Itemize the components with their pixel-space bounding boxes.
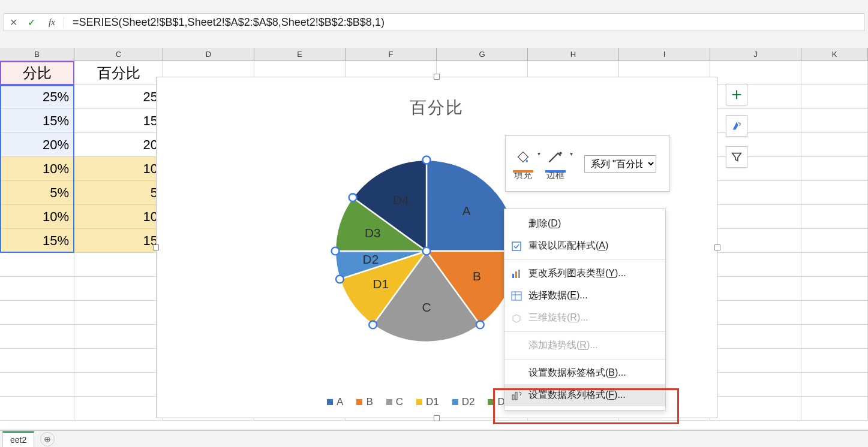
svg-rect-24	[512, 395, 514, 400]
svg-text:D3: D3	[365, 226, 381, 240]
cell-c3[interactable]: 15	[74, 109, 163, 133]
svg-point-13	[349, 194, 357, 201]
fill-button[interactable]: ▾ 填充	[513, 147, 533, 181]
sheet-tab-active[interactable]: eet2	[2, 431, 34, 447]
cell-b2[interactable]: 25%	[0, 85, 74, 109]
menu-select-data[interactable]: 选择数据(E)...	[504, 285, 665, 307]
mini-toolbar: ▾ 填充 ▾ 边框 系列 "百分比"	[505, 135, 670, 192]
col-header-i[interactable]: I	[619, 48, 710, 61]
svg-point-12	[332, 247, 340, 255]
cancel-button[interactable]: ✕	[4, 17, 22, 28]
menu-format-data-series[interactable]: 设置数据系列格式(F)...	[504, 384, 665, 406]
pie-chart[interactable]: ABCD1D2D3D4	[331, 155, 522, 347]
cell-c4[interactable]: 20	[74, 133, 163, 157]
legend-item-a[interactable]: A	[327, 396, 343, 408]
svg-point-16	[559, 152, 561, 154]
cell-c7[interactable]: 10	[74, 205, 163, 229]
col-header-d[interactable]: D	[163, 48, 254, 61]
svg-point-15	[423, 156, 431, 164]
svg-point-11	[336, 276, 344, 283]
svg-point-14	[423, 247, 431, 255]
legend-item-d1[interactable]: D1	[416, 396, 439, 408]
formula-bar: ✕ ✓ fx =SERIES(Sheet2!$B$1,Sheet2!$A$2:$…	[4, 13, 864, 31]
reset-icon	[510, 240, 522, 252]
col-header-c[interactable]: C	[74, 48, 163, 61]
legend-item-b[interactable]: B	[356, 396, 373, 408]
svg-point-10	[369, 321, 377, 329]
col-header-g[interactable]: G	[437, 48, 528, 61]
cell-b1[interactable]: 分比	[0, 61, 74, 85]
add-sheet-button[interactable]: ⊕	[40, 432, 55, 446]
svg-rect-17	[512, 242, 521, 250]
chart-handle-left[interactable]	[153, 244, 159, 250]
chart-filter-button[interactable]	[726, 146, 747, 168]
cell-b3[interactable]: 15%	[0, 109, 74, 133]
context-menu: 删除(D) 重设以匹配样式(A) 更改系列图表类型(Y)... 选择数据(E).…	[504, 209, 666, 410]
series-select[interactable]: 系列 "百分比"	[584, 155, 656, 173]
svg-rect-19	[515, 271, 517, 278]
cell-b8[interactable]: 15%	[0, 229, 74, 253]
svg-text:D1: D1	[373, 277, 389, 291]
sheet-tabs: eet2 ⊕	[0, 430, 868, 447]
menu-add-trendline: 添加趋势线(R)...	[504, 334, 665, 357]
outline-button[interactable]: ▾ 边框	[545, 147, 566, 181]
col-header-j[interactable]: J	[710, 48, 801, 61]
cell-b7[interactable]: 10%	[0, 205, 74, 229]
menu-reset-style[interactable]: 重设以匹配样式(A)	[504, 235, 665, 257]
legend-item-d2[interactable]: D2	[452, 396, 475, 408]
menu-delete[interactable]: 删除(D)	[504, 213, 665, 235]
svg-rect-18	[512, 274, 514, 278]
formula-input[interactable]: =SERIES(Sheet2!$B$1,Sheet2!$A$2:$A$8,She…	[64, 16, 864, 29]
cell-c2[interactable]: 25	[74, 85, 163, 109]
menu-data-label-format[interactable]: 设置数据标签格式(B)...	[504, 362, 665, 384]
col-header-h[interactable]: H	[528, 48, 619, 61]
cell-c5[interactable]: 10	[74, 157, 163, 181]
svg-rect-20	[518, 270, 520, 278]
cell-c1[interactable]: 百分比	[74, 61, 163, 85]
fx-label[interactable]: fx	[40, 17, 64, 28]
svg-point-9	[476, 321, 484, 329]
menu-3d-rotation: 三维旋转(R)...	[504, 307, 665, 329]
svg-text:D4: D4	[393, 193, 409, 207]
svg-rect-21	[512, 292, 521, 300]
chart-handle-top[interactable]	[434, 74, 440, 80]
chart-styles-button[interactable]	[726, 115, 747, 137]
select-data-icon	[510, 290, 522, 302]
col-header-k[interactable]: K	[801, 48, 868, 61]
svg-text:A: A	[462, 204, 471, 218]
cell-b4[interactable]: 20%	[0, 133, 74, 157]
svg-text:D2: D2	[363, 252, 379, 266]
legend-item-c[interactable]: C	[386, 396, 403, 408]
menu-change-chart-type[interactable]: 更改系列图表类型(Y)...	[504, 262, 665, 285]
chart-title[interactable]: 百分比	[157, 96, 717, 119]
svg-text:B: B	[473, 269, 481, 283]
svg-text:C: C	[422, 300, 431, 314]
chart-elements-button[interactable]	[726, 84, 747, 105]
col-header-e[interactable]: E	[254, 48, 346, 61]
cell-b5[interactable]: 10%	[0, 157, 74, 181]
chart-handle-right[interactable]	[714, 244, 720, 250]
confirm-button[interactable]: ✓	[22, 17, 40, 28]
cell-b6[interactable]: 5%	[0, 181, 74, 205]
col-header-b[interactable]: B	[0, 48, 74, 61]
cell-c8[interactable]: 15	[74, 229, 163, 253]
svg-rect-25	[515, 392, 517, 400]
chart-type-icon	[510, 268, 522, 280]
column-headers[interactable]: B C D E F G H I J K	[0, 48, 868, 61]
col-header-f[interactable]: F	[346, 48, 437, 61]
cell-c6[interactable]: 5	[74, 181, 163, 205]
chart-handle-bottom[interactable]	[434, 415, 440, 421]
format-series-icon	[510, 389, 522, 401]
cube-icon	[510, 312, 522, 324]
